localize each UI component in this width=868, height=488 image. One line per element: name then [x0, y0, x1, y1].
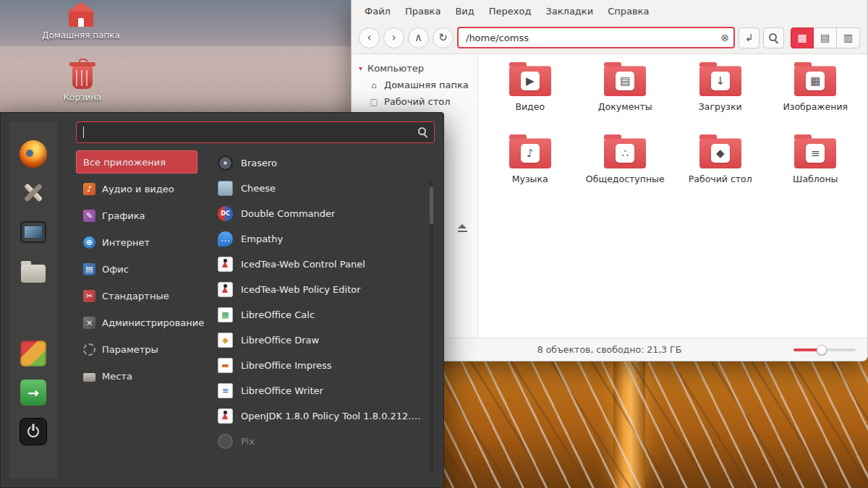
icon-view-button[interactable]: ▦ — [791, 27, 814, 48]
sidebar-computer[interactable]: ▾ Компьютер — [352, 60, 477, 77]
category-office[interactable]: ▤ Офис — [76, 257, 197, 281]
menu-edit[interactable]: Правка — [398, 3, 448, 20]
folder-label: Документы — [598, 101, 652, 112]
location-input[interactable] — [464, 32, 720, 44]
category-places[interactable]: Места — [76, 364, 197, 388]
location-bar[interactable]: ⊗ — [457, 27, 735, 48]
apps-scrollbar[interactable] — [430, 181, 433, 473]
app-icedtea-policy-editor[interactable]: IcedTea-Web Policy Editor — [215, 277, 426, 301]
app-openjdk-policy-tool[interactable]: OpenJDK 1.8.0 Policy Tool 1.8.0.212.b04-… — [215, 403, 426, 428]
app-libreoffice-writer[interactable]: ≡ LibreOffice Writer — [215, 378, 426, 403]
sidebar-item-desktop[interactable]: ▢ Рабочий стол — [352, 93, 477, 110]
power-button[interactable] — [20, 418, 47, 445]
menu-bookmarks[interactable]: Закладки — [538, 3, 600, 20]
app-libreoffice-impress[interactable]: ▬ LibreOffice Impress — [215, 353, 426, 377]
folder-item-documents[interactable]: ▤ Документы — [579, 66, 672, 132]
menu-file[interactable]: Файл — [357, 3, 398, 20]
category-administration[interactable]: × Администрирование — [76, 311, 197, 334]
menu-go[interactable]: Переход — [482, 3, 539, 20]
session-buttons: → — [20, 340, 47, 445]
graphics-icon: ✎ — [83, 210, 95, 222]
empathy-chat-icon: … — [218, 231, 233, 247]
desktop-glyph: ◆ — [716, 148, 725, 159]
app-libreoffice-draw[interactable]: ◆ LibreOffice Draw — [215, 328, 426, 352]
back-button[interactable]: ‹ — [359, 27, 380, 48]
app-double-commander[interactable]: DC Double Commander — [215, 201, 426, 226]
downloads-folder-icon: ↓ — [699, 66, 741, 96]
folder-item-pictures[interactable]: ▦ Изображения — [770, 66, 862, 132]
eject-icon[interactable] — [458, 224, 467, 232]
apps-scrollbar-thumb[interactable] — [430, 187, 433, 224]
forward-button[interactable]: › — [383, 27, 404, 48]
text-caret — [83, 127, 84, 138]
refresh-icon: ↻ — [438, 31, 448, 44]
toolbar: ‹ › ∧ ↻ ⊗ ↲ ▦ ▤ ▥ — [352, 22, 867, 54]
category-internet[interactable]: ⊕ Интернет — [76, 231, 197, 254]
expander-triangle-icon[interactable]: ▾ — [359, 64, 362, 72]
forward-icon: › — [392, 31, 396, 44]
app-cheese[interactable]: Cheese — [215, 176, 426, 200]
toggle-location-entry-button[interactable]: ↲ — [739, 27, 760, 48]
desktop-icon-home[interactable]: Домашняя папка — [39, 0, 123, 40]
enter-location-icon: ↲ — [745, 32, 754, 43]
app-icedtea-control-panel[interactable]: IcedTea-Web Control Panel — [215, 252, 426, 276]
cheese-icon — [218, 181, 233, 196]
folder-label: Загрузки — [699, 101, 742, 112]
logout-button[interactable]: → — [20, 379, 47, 406]
accessories-icon: ✂ — [83, 290, 95, 302]
category-graphics[interactable]: ✎ Графика — [76, 204, 197, 227]
favorite-system-tools[interactable] — [20, 179, 47, 207]
search-button[interactable] — [763, 27, 784, 48]
administration-icon: × — [83, 317, 95, 329]
desktop-icon-label: Домашняя папка — [39, 30, 123, 40]
category-accessories[interactable]: ✂ Стандартные — [76, 284, 197, 307]
menu-help[interactable]: Справка — [600, 3, 656, 20]
favorite-screenshot[interactable] — [20, 218, 47, 246]
file-manager-icon — [21, 265, 46, 283]
list-view-button[interactable]: ▤ — [814, 27, 837, 48]
category-preferences[interactable]: Параметры — [76, 338, 197, 361]
menu-search-input[interactable] — [76, 121, 435, 143]
brasero-icon — [218, 155, 233, 171]
favorite-file-manager[interactable] — [20, 257, 47, 285]
zoom-slider[interactable] — [793, 345, 856, 355]
category-all-applications[interactable]: Все приложения — [76, 150, 197, 174]
category-audio-video[interactable]: ♪ Аудио и видео — [76, 177, 197, 200]
compact-view-icon: ▥ — [843, 32, 853, 43]
folder-item-desktop[interactable]: ◆ Рабочий стол — [674, 138, 767, 205]
sidebar-item-home[interactable]: ⌂ Домашняя папка — [352, 77, 477, 93]
grid-view-icon: ▦ — [797, 32, 807, 43]
zoom-slider-knob[interactable] — [817, 345, 827, 355]
system-tools-icon — [20, 179, 47, 207]
libreoffice-writer-icon: ≡ — [218, 383, 233, 398]
favorites-strip: → — [9, 121, 57, 479]
menu-view[interactable]: Вид — [448, 3, 481, 20]
menubar: Файл Правка Вид Переход Закладки Справка — [352, 0, 867, 22]
folder-item-downloads[interactable]: ↓ Загрузки — [674, 66, 767, 132]
desktop-icon-trash[interactable]: Корзина — [41, 61, 124, 103]
folder-item-templates[interactable]: ≡ Шаблоны — [770, 138, 862, 205]
app-pix[interactable]: Pix — [215, 429, 426, 453]
folder-label: Рабочий стол — [689, 174, 752, 184]
pix-icon — [218, 434, 233, 449]
up-button[interactable]: ∧ — [408, 27, 429, 48]
software-manager-button[interactable] — [20, 340, 47, 367]
folder-item-video[interactable]: ▶ Видео — [484, 66, 576, 132]
refresh-button[interactable]: ↻ — [433, 27, 454, 48]
app-libreoffice-calc[interactable]: ▦ LibreOffice Calc — [215, 302, 426, 327]
templates-folder-icon: ≡ — [794, 138, 836, 168]
folder-label: Изображения — [783, 101, 848, 112]
search-row — [76, 121, 435, 143]
compact-view-button[interactable]: ▥ — [837, 27, 860, 48]
clear-location-icon[interactable]: ⊗ — [720, 32, 729, 43]
internet-globe-icon: ⊕ — [83, 236, 95, 249]
libreoffice-calc-icon: ▦ — [218, 307, 233, 322]
video-glyph: ▶ — [526, 76, 535, 87]
favorite-firefox[interactable] — [20, 140, 47, 168]
app-empathy[interactable]: … Empathy — [215, 226, 426, 251]
audio-video-icon: ♪ — [83, 183, 95, 195]
app-brasero[interactable]: Brasero — [215, 150, 426, 175]
downloads-glyph: ↓ — [715, 76, 725, 87]
folder-item-public[interactable]: ∴ Общедоступные — [579, 138, 672, 205]
folder-item-music[interactable]: ♪ Музыка — [484, 138, 576, 205]
